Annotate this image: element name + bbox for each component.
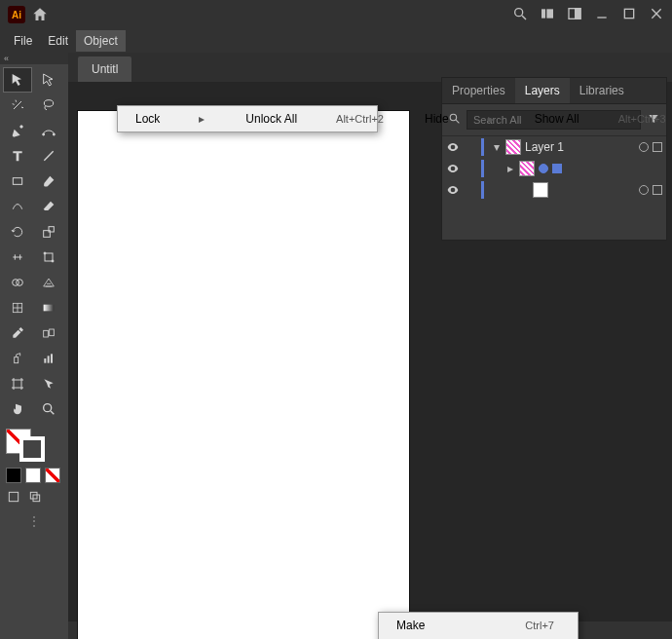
svg-rect-28 (48, 356, 50, 362)
svg-point-31 (44, 404, 52, 412)
right-panel: Properties Layers Libraries ▾Layer 1▸ (442, 78, 666, 240)
selection-indicator[interactable] (552, 164, 562, 173)
target-icon[interactable] (539, 164, 548, 173)
svg-rect-26 (15, 357, 19, 363)
color-mode-icon[interactable] (6, 468, 21, 483)
svg-point-10 (44, 100, 53, 107)
svg-rect-34 (30, 492, 37, 499)
svg-rect-29 (51, 354, 53, 362)
layer-row[interactable]: ▾Layer 1 (442, 136, 666, 158)
visibility-icon[interactable] (446, 183, 460, 197)
clipping-mask-submenu: MakeCtrl+7ReleaseAlt+Ctrl+7Edit Contents (378, 612, 579, 639)
type-tool[interactable] (4, 144, 31, 168)
menu-item-lock[interactable]: Lock▸ (118, 108, 228, 130)
layer-row[interactable]: ▸ (442, 158, 666, 179)
line-tool[interactable] (35, 144, 62, 168)
fill-stroke-swatch[interactable] (6, 429, 45, 462)
menu-item-unlock-all[interactable]: Unlock AllAlt+Ctrl+2 (228, 108, 407, 130)
svg-rect-27 (44, 358, 46, 363)
svg-rect-2 (541, 9, 545, 18)
gradient-mode-icon[interactable] (25, 468, 41, 483)
lasso-tool[interactable] (35, 94, 62, 117)
svg-rect-35 (33, 495, 40, 502)
eraser-tool[interactable] (35, 195, 62, 218)
zoom-tool[interactable] (35, 397, 62, 421)
submenu-item-make[interactable]: MakeCtrl+7 (379, 615, 578, 636)
selection-indicator[interactable] (653, 142, 662, 152)
titlebar: Ai (0, 0, 672, 29)
visibility-icon[interactable] (446, 140, 460, 154)
curvature-tool[interactable] (35, 119, 62, 142)
visibility-icon[interactable] (446, 162, 460, 175)
menu-file[interactable]: File (6, 30, 40, 52)
svg-rect-14 (13, 178, 21, 185)
shaper-tool[interactable] (4, 195, 31, 218)
scale-tool[interactable] (35, 220, 62, 244)
width-tool[interactable] (4, 245, 31, 269)
draw-normal-icon[interactable] (6, 489, 21, 507)
slice-tool[interactable] (35, 372, 62, 395)
none-mode-icon[interactable] (45, 468, 60, 483)
pen-tool[interactable] (4, 119, 31, 142)
rectangle-tool[interactable] (4, 169, 31, 193)
free-transform-tool[interactable] (35, 245, 62, 269)
layer-row[interactable] (442, 179, 666, 201)
svg-point-18 (44, 252, 46, 254)
svg-point-11 (43, 133, 45, 135)
shape-builder-tool[interactable] (4, 271, 31, 294)
workspace-icon[interactable] (567, 6, 582, 24)
rotate-tool[interactable] (4, 220, 31, 244)
menu-edit[interactable]: Edit (40, 30, 76, 52)
column-graph-tool[interactable] (35, 347, 62, 370)
svg-rect-25 (50, 329, 55, 336)
paintbrush-tool[interactable] (35, 169, 62, 193)
svg-rect-3 (546, 9, 553, 18)
app-logo: Ai (8, 6, 25, 23)
close-icon[interactable] (649, 6, 664, 24)
document-tab[interactable]: Untitl (78, 56, 131, 82)
artboard[interactable] (78, 111, 409, 639)
toolbox: « (0, 53, 68, 639)
svg-rect-33 (9, 492, 18, 501)
blend-tool[interactable] (35, 321, 62, 345)
layer-name: Layer 1 (525, 140, 564, 154)
mesh-tool[interactable] (4, 296, 31, 320)
tab-libraries[interactable]: Libraries (570, 78, 634, 103)
svg-rect-23 (44, 305, 55, 312)
layer-name (539, 164, 562, 173)
gradient-tool[interactable] (35, 296, 62, 320)
menubar: File Edit Object (0, 29, 672, 53)
svg-point-12 (53, 133, 55, 135)
tab-layers[interactable]: Layers (515, 78, 570, 103)
direct-selection-tool[interactable] (35, 68, 62, 92)
home-icon[interactable] (31, 6, 49, 23)
hand-tool[interactable] (4, 397, 31, 421)
maximize-icon[interactable] (621, 6, 637, 24)
target-icon[interactable] (639, 142, 649, 152)
twisty-icon[interactable]: ▸ (505, 162, 515, 175)
target-icon[interactable] (639, 185, 649, 195)
menu-item-show-all[interactable]: Show AllAlt+Ctrl+3 (517, 108, 672, 130)
minimize-icon[interactable] (594, 6, 610, 24)
tab-properties[interactable]: Properties (442, 78, 515, 103)
selection-indicator[interactable] (653, 185, 662, 195)
artboard-tool[interactable] (4, 372, 31, 395)
menu-item-hide[interactable]: Hide▸ (407, 108, 517, 130)
svg-point-19 (52, 260, 54, 262)
eyedropper-tool[interactable] (4, 321, 31, 345)
arrange-icon[interactable] (540, 6, 555, 24)
selection-tool[interactable] (4, 68, 31, 92)
magic-wand-tool[interactable] (4, 94, 31, 117)
perspective-grid-tool[interactable] (35, 271, 62, 294)
svg-rect-16 (49, 227, 54, 232)
search-icon[interactable] (512, 6, 528, 24)
svg-rect-17 (45, 253, 53, 261)
draw-behind-icon[interactable] (27, 489, 43, 507)
twisty-icon[interactable]: ▾ (492, 140, 502, 154)
object-menu: Lock▸Unlock AllAlt+Ctrl+2Hide▸Show AllAl… (117, 105, 378, 132)
svg-rect-7 (624, 9, 633, 18)
menu-object[interactable]: Object (76, 30, 126, 52)
layer-thumbnail (533, 182, 548, 198)
edit-toolbar-icon[interactable]: ⋮ (6, 513, 62, 529)
symbol-sprayer-tool[interactable] (4, 347, 31, 370)
